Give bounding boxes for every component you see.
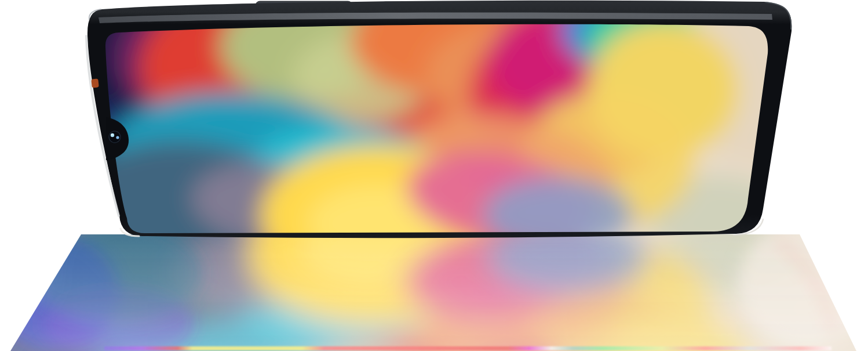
- camera-glint: [111, 133, 114, 137]
- reflection-bottom-fringe: [104, 346, 831, 350]
- phone-product-image: [0, 0, 868, 351]
- front-camera-lens: [108, 131, 121, 143]
- product-render-canvas: [0, 0, 868, 351]
- camera-glint-dot: [111, 134, 112, 135]
- bezel-accent-marker: [91, 78, 99, 88]
- camera-glint-secondary: [116, 136, 119, 139]
